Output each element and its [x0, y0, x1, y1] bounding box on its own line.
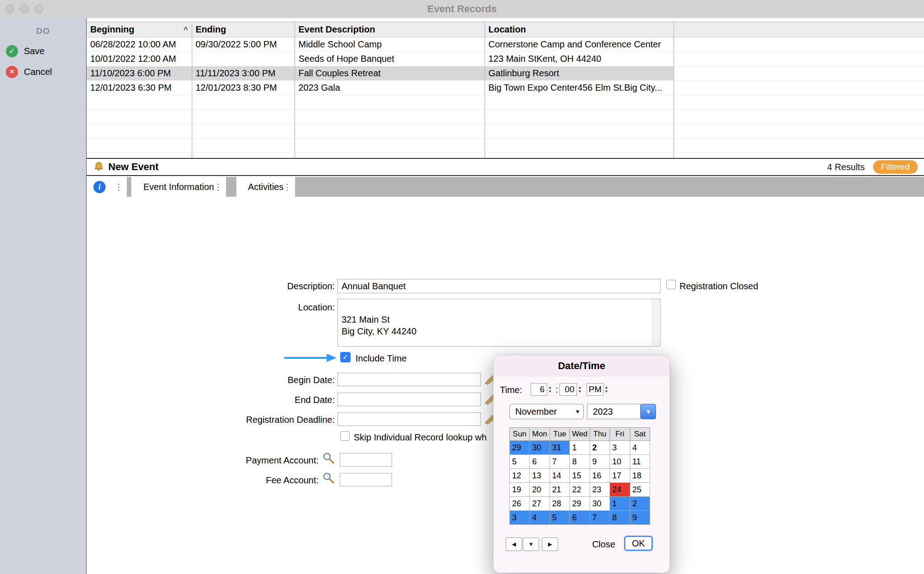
month-select[interactable]: November ▾ [509, 404, 584, 419]
calendar-day[interactable]: 5 [510, 455, 530, 469]
calendar-day[interactable]: 4 [630, 441, 650, 455]
meridiem-input[interactable]: PM [587, 383, 604, 396]
column-header-beginning[interactable]: Beginning^ [87, 22, 192, 37]
location-label: Location: [186, 302, 335, 313]
year-dropdown-button[interactable]: ▼ [641, 404, 656, 419]
calendar-day[interactable]: 4 [530, 511, 550, 525]
end-date-input[interactable] [337, 393, 481, 406]
location-scrollbar[interactable] [652, 300, 660, 346]
empty-row [87, 109, 924, 124]
window-title: Event Records [0, 0, 924, 18]
stepper-down-icon: ▼ [605, 390, 608, 393]
calendar-day[interactable]: 13 [530, 469, 550, 483]
calendar-day[interactable]: 22 [570, 483, 590, 497]
stepper-up-icon: ▲ [548, 386, 552, 389]
calendar-next-button[interactable]: ▶ [542, 537, 558, 551]
calendar-day[interactable]: 24 [610, 483, 630, 497]
column-header-location[interactable]: Location [485, 22, 674, 37]
calendar-day[interactable]: 7 [550, 455, 569, 469]
weekday-label: Mon [530, 428, 550, 441]
calendar-day[interactable]: 12 [510, 469, 530, 483]
drag-handle-icon[interactable]: ⋮ [115, 182, 123, 192]
description-input[interactable] [337, 279, 661, 293]
calendar-day[interactable]: 2 [630, 497, 650, 511]
meridiem-stepper[interactable]: ▲▼ [605, 383, 608, 396]
calendar-day[interactable]: 17 [610, 469, 630, 483]
column-header-ending[interactable]: Ending [192, 22, 295, 37]
calendar-day[interactable]: 1 [610, 497, 630, 511]
table-row[interactable]: 10/01/2022 12:00 AM Seeds of Hope Banque… [87, 51, 924, 66]
calendar-day[interactable]: 30 [530, 441, 550, 455]
calendar-day[interactable]: 3 [510, 511, 530, 525]
table-row[interactable]: 06/28/2022 10:00 AM 09/30/2022 5:00 PM M… [87, 37, 924, 51]
calendar-day[interactable]: 28 [550, 497, 569, 511]
calendar-day[interactable]: 1 [570, 441, 590, 455]
info-icon[interactable]: i [93, 181, 106, 193]
table-row[interactable]: 12/01/2023 6:30 PM 12/01/2023 8:30 PM 20… [87, 80, 924, 95]
calendar-day[interactable]: 5 [550, 511, 569, 525]
begin-date-label: Begin Date: [186, 375, 335, 385]
calendar-day[interactable]: 9 [590, 455, 610, 469]
calendar-day[interactable]: 6 [530, 455, 550, 469]
cell-beginning: 06/28/2022 10:00 AM [87, 37, 192, 51]
right-arrow-icon: ▶ [548, 541, 552, 547]
begin-date-input[interactable] [337, 373, 481, 386]
calendar-day[interactable]: 2 [590, 441, 610, 455]
drag-handle-icon[interactable]: ⋮ [283, 182, 291, 192]
year-input[interactable]: 2023 [587, 404, 641, 419]
calendar-day[interactable]: 26 [510, 497, 530, 511]
table-row[interactable]: 11/10/2023 6:00 PM 11/11/2023 3:00 PM Fa… [87, 66, 924, 80]
calendar-day[interactable]: 31 [550, 441, 569, 455]
calendar-day[interactable]: 16 [590, 469, 610, 483]
calendar-day[interactable]: 11 [630, 455, 650, 469]
ok-button[interactable]: OK [624, 536, 653, 551]
calendar-day[interactable]: 15 [570, 469, 590, 483]
calendar-day[interactable]: 3 [610, 441, 630, 455]
registration-closed-label: Registration Closed [679, 281, 758, 292]
tab-event-information[interactable]: Event Information ⋮ [131, 177, 226, 197]
skip-lookup-checkbox[interactable] [340, 431, 350, 441]
registration-closed-checkbox[interactable] [666, 280, 676, 289]
location-field[interactable]: 321 Main St Big City, KY 44240 [337, 299, 661, 347]
cancel-button[interactable]: × Cancel [0, 64, 86, 79]
save-button[interactable]: ✓ Save [0, 43, 86, 59]
close-button[interactable]: Close [587, 537, 620, 551]
column-header-description[interactable]: Event Description [295, 22, 485, 37]
minute-stepper[interactable]: ▲▼ [578, 383, 582, 396]
calendar-day[interactable]: 30 [590, 497, 610, 511]
sidebar-header: DO [0, 26, 86, 36]
calendar-day[interactable]: 7 [590, 511, 610, 525]
calendar-day[interactable]: 18 [630, 469, 650, 483]
calendar-day[interactable]: 14 [550, 469, 569, 483]
calendar-day[interactable]: 9 [630, 511, 650, 525]
calendar-grid: Sun Mon Tue Wed Thu Fri Sat 29 30 31 1 2… [509, 427, 650, 525]
calendar-day[interactable]: 21 [550, 483, 569, 497]
calendar-day[interactable]: 8 [610, 511, 630, 525]
fee-account-input[interactable] [340, 473, 392, 486]
stepper-up-icon: ▲ [605, 386, 608, 389]
include-time-checkbox[interactable]: ✓ [340, 352, 351, 362]
lookup-magnifier-icon[interactable] [322, 452, 335, 464]
hour-input[interactable]: 6 [531, 383, 547, 396]
payment-account-input[interactable] [340, 453, 392, 467]
calendar-day[interactable]: 10 [610, 455, 630, 469]
tab-activities[interactable]: Activities ⋮ [236, 177, 295, 197]
calendar-day[interactable]: 23 [590, 483, 610, 497]
date-time-dialog: Date/Time Time: 6 ▲▼ : 00 ▲▼ PM ▲▼ Novem… [493, 355, 670, 573]
calendar-today-button[interactable]: ▼ [523, 537, 539, 551]
filtered-badge[interactable]: Filtered [873, 160, 918, 174]
calendar-prev-button[interactable]: ◀ [506, 537, 522, 551]
calendar-day[interactable]: 25 [630, 483, 650, 497]
lookup-magnifier-icon[interactable] [322, 472, 335, 484]
registration-deadline-input[interactable] [337, 412, 481, 426]
calendar-day[interactable]: 29 [570, 497, 590, 511]
hour-stepper[interactable]: ▲▼ [548, 383, 552, 396]
calendar-day[interactable]: 20 [530, 483, 550, 497]
minute-input[interactable]: 00 [559, 383, 577, 396]
drag-handle-icon[interactable]: ⋮ [214, 182, 222, 192]
calendar-day[interactable]: 27 [530, 497, 550, 511]
calendar-day[interactable]: 29 [510, 441, 530, 455]
calendar-day[interactable]: 8 [570, 455, 590, 469]
calendar-day[interactable]: 19 [510, 483, 530, 497]
calendar-day[interactable]: 6 [570, 511, 590, 525]
